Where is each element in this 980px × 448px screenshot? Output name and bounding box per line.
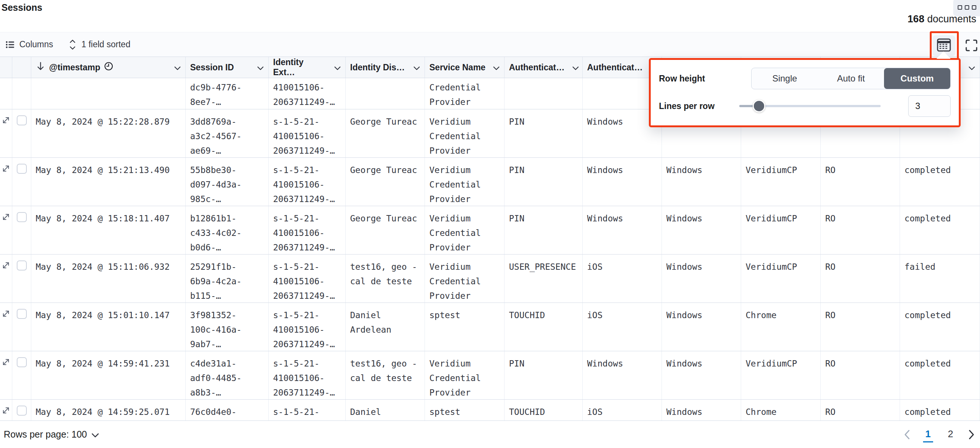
cell-c11[interactable]: completed <box>900 351 980 399</box>
row-checkbox[interactable] <box>17 260 27 271</box>
next-page-button[interactable] <box>968 429 975 440</box>
row-checkbox[interactable] <box>17 406 27 416</box>
cell-am[interactable]: PIN <box>504 158 583 206</box>
previous-page-button[interactable] <box>904 429 910 440</box>
cell-ap[interactable]: iOS <box>583 303 662 351</box>
cell-am[interactable]: PIN <box>504 109 583 158</box>
page-button-2[interactable]: 2 <box>946 427 955 442</box>
expand-document-button[interactable] <box>2 116 10 158</box>
cell-c10[interactable]: RO <box>821 303 900 351</box>
cell-c9[interactable]: Chrome <box>741 303 821 351</box>
row-checkbox[interactable] <box>17 164 27 174</box>
sort-fields-button[interactable]: 1 field sorted <box>68 40 130 50</box>
cell-c10[interactable]: RO <box>821 255 900 303</box>
cell-sid[interactable]: 3f981352-100c-416a-9ab7-… <box>186 303 269 351</box>
cell-c8[interactable]: Windows <box>662 158 741 206</box>
chevron-down-icon[interactable] <box>414 62 420 73</box>
columns-button[interactable]: Columns <box>5 40 53 49</box>
header-cell-sid[interactable]: Session ID <box>186 57 269 78</box>
cell-svc[interactable]: sptest <box>425 400 504 421</box>
header-cell-iext[interactable]: Identity Ext… <box>269 57 346 78</box>
row-height-option-auto-fit[interactable]: Auto fit <box>818 68 884 89</box>
cell-c10[interactable]: RO <box>821 158 900 206</box>
cell-c9[interactable]: VeridiumCP <box>741 158 821 206</box>
row-checkbox[interactable] <box>17 309 27 319</box>
cell-c8[interactable]: Windows <box>662 400 741 421</box>
row-checkbox[interactable] <box>17 212 27 222</box>
cell-sid[interactable]: 3dd8769a-a3c2-4567-ae69-… <box>186 109 269 158</box>
cell-iext[interactable]: s-1-5-21-410015106- <box>269 400 346 421</box>
lines-per-row-input[interactable]: 3 <box>908 95 951 117</box>
cell-iext[interactable]: s-1-5-21-410015106-2063711249-… <box>269 303 346 351</box>
cell-ts[interactable]: May 8, 2024 @ 14:59:25.071 <box>31 400 186 421</box>
cell-c8[interactable]: Windows <box>662 255 741 303</box>
cell-svc[interactable]: VeridiumCredentialProvider <box>425 206 504 254</box>
cell-ts[interactable]: May 8, 2024 @ 15:22:28.879 <box>31 109 186 158</box>
row-height-option-custom[interactable]: Custom <box>884 68 950 89</box>
cell-ap[interactable]: Windows <box>583 158 662 206</box>
expand-document-button[interactable] <box>2 261 10 303</box>
cell-c11[interactable]: completed <box>900 303 980 351</box>
cell-sid[interactable]: 55b8be30-d097-4d3a-985c-… <box>186 158 269 206</box>
cell-sid[interactable]: b12861b1-c433-4c02-b0d6-… <box>186 206 269 254</box>
header-cell-ts[interactable]: @timestamp <box>31 57 186 78</box>
cell-c8[interactable]: Windows <box>662 206 741 254</box>
row-checkbox[interactable] <box>17 115 27 125</box>
cell-c10[interactable]: RO <box>821 206 900 254</box>
cell-iext[interactable]: 410015106-2063711249-… <box>269 78 346 109</box>
cell-idis[interactable]: test16, geo -cal de teste <box>346 255 425 303</box>
cell-svc[interactable]: VeridiumCredentialProvider <box>425 109 504 158</box>
cell-ap[interactable]: iOS <box>583 255 662 303</box>
cell-svc[interactable]: VeridiumCredentialProvider <box>425 158 504 206</box>
cell-iext[interactable]: s-1-5-21-410015106-2063711249-… <box>269 206 346 254</box>
chevron-down-icon[interactable] <box>572 62 579 73</box>
cell-ts[interactable]: May 8, 2024 @ 15:01:10.147 <box>31 303 186 351</box>
cell-c11[interactable]: completed <box>900 400 980 421</box>
cell-svc[interactable]: VeridiumCredentialProvider <box>425 255 504 303</box>
cell-c10[interactable]: RO <box>821 400 900 421</box>
page-button-1[interactable]: 1 <box>923 427 933 442</box>
chevron-down-icon[interactable] <box>493 62 500 73</box>
chevron-down-icon[interactable] <box>334 62 341 73</box>
cell-idis[interactable]: George Tureac <box>346 206 425 254</box>
cell-idis[interactable]: George Tureac <box>346 109 425 158</box>
row-checkbox[interactable] <box>17 357 27 367</box>
cell-iext[interactable]: s-1-5-21-410015106-2063711249-… <box>269 255 346 303</box>
cell-am[interactable]: USER_PRESENCE <box>504 255 583 303</box>
cell-idis[interactable]: test16, geo -cal de teste <box>346 351 425 399</box>
cell-c9[interactable]: VeridiumCP <box>741 351 821 399</box>
expand-document-button[interactable] <box>2 213 10 254</box>
cell-idis[interactable]: DanielArdelean <box>346 400 425 421</box>
chevron-down-icon[interactable] <box>969 62 975 73</box>
cell-sid[interactable]: 76c0d4e0-82c2-4dbf- <box>186 400 269 421</box>
header-cell-idis[interactable]: Identity Dis… <box>346 57 425 78</box>
cell-idis[interactable]: George Tureac <box>346 158 425 206</box>
expand-document-button[interactable] <box>2 407 10 421</box>
cell-ap[interactable]: Windows <box>583 206 662 254</box>
cell-am[interactable] <box>504 78 583 109</box>
cell-sid[interactable]: c4de31a1-adf0-4485-a8b3-… <box>186 351 269 399</box>
cell-am[interactable]: PIN <box>504 206 583 254</box>
expand-document-button[interactable] <box>2 164 10 206</box>
expand-document-button[interactable] <box>2 358 10 399</box>
cell-svc[interactable]: sptest <box>425 303 504 351</box>
cell-sid[interactable]: 25291f1b-6b9a-4c2a-b115-… <box>186 255 269 303</box>
cell-am[interactable]: TOUCHID <box>504 400 583 421</box>
cell-svc[interactable]: VeridiumCredentialProvider <box>425 351 504 399</box>
cell-iext[interactable]: s-1-5-21-410015106-2063711249-… <box>269 109 346 158</box>
cell-iext[interactable]: s-1-5-21-410015106-2063711249-… <box>269 351 346 399</box>
cell-ts[interactable]: May 8, 2024 @ 15:18:11.407 <box>31 206 186 254</box>
cell-c8[interactable]: Windows <box>662 303 741 351</box>
header-cell-am[interactable]: Authenticat… <box>504 57 583 78</box>
cell-c9[interactable]: VeridiumCP <box>741 206 821 254</box>
cell-iext[interactable]: s-1-5-21-410015106-2063711249-… <box>269 158 346 206</box>
header-cell-svc[interactable]: Service Name <box>425 57 504 78</box>
cell-ts[interactable]: May 8, 2024 @ 15:11:06.932 <box>31 255 186 303</box>
cell-svc[interactable]: CredentialProvider <box>425 78 504 109</box>
cell-sid[interactable]: dc9b-4776-8ee7-… <box>186 78 269 109</box>
rows-per-page-button[interactable]: Rows per page: 100 <box>4 429 99 440</box>
lines-per-row-slider[interactable] <box>739 95 881 117</box>
cell-ts[interactable]: May 8, 2024 @ 14:59:41.231 <box>31 351 186 399</box>
cell-idis[interactable]: DanielArdelean <box>346 303 425 351</box>
cell-c8[interactable]: Windows <box>662 351 741 399</box>
